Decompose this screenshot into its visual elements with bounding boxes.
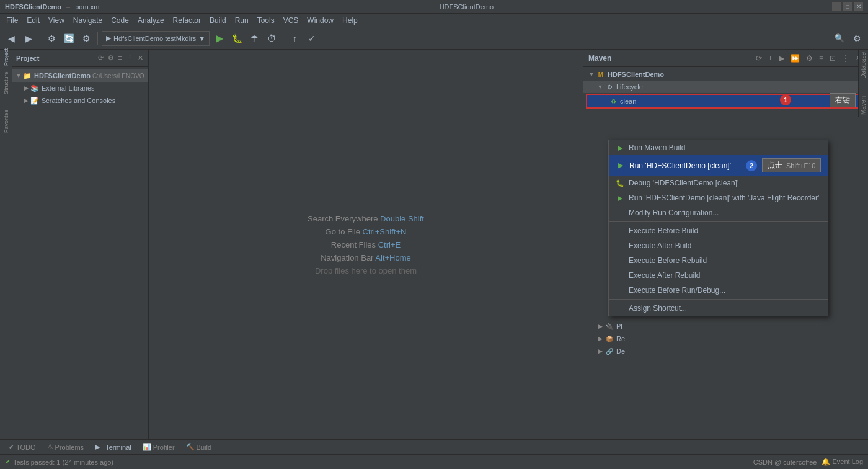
menu-navigate[interactable]: Navigate xyxy=(69,15,106,26)
tab-profiler-label: Profiler xyxy=(153,444,175,451)
run-config-dropdown[interactable]: ⚙ xyxy=(44,31,59,46)
maven-skip-icon[interactable]: ⏩ xyxy=(789,53,802,63)
settings-button[interactable]: ⚙ xyxy=(79,31,94,46)
maven-arrow-lifecycle: ▼ xyxy=(596,84,604,90)
menu-tools[interactable]: Tools xyxy=(254,15,278,26)
tree-item-hdfs[interactable]: ▼ 📁 HDFSClientDemo C:\Users\LENOVO xyxy=(12,69,148,82)
maven-more-icon[interactable]: ⋮ xyxy=(840,53,851,63)
step1-annotation: 右键 xyxy=(830,93,856,107)
database-label[interactable]: Database xyxy=(859,50,868,81)
project-settings-icon[interactable]: ⋮ xyxy=(125,53,135,63)
vcs-commit-button[interactable]: ✓ xyxy=(304,31,319,46)
ctx-modify-label: Modify Run Configuration... xyxy=(629,208,719,217)
ctx-debug-hdfs-clean[interactable]: 🐛 Debug 'HDFSClientDemo [clean]' xyxy=(609,176,828,190)
profile-button[interactable]: ⏱ xyxy=(264,31,279,46)
maven-item-root[interactable]: ▼ M HDFSClientDemo xyxy=(583,68,868,81)
maven-side-label[interactable]: Maven xyxy=(859,94,868,117)
ctx-execute-before-run-debug[interactable]: Execute Before Run/Debug... xyxy=(609,283,828,298)
title-bar: HDFSClientDemo – pom.xml HDFSClientDemo … xyxy=(0,0,868,14)
coverage-button[interactable]: ☂ xyxy=(247,31,262,46)
step2-annotation-text: 点击 xyxy=(768,160,782,171)
maven-settings-icon[interactable]: ⚙ xyxy=(804,53,815,63)
structure-strip-icon[interactable]: Structure xyxy=(0,77,12,89)
maven-icon-plugins: 🔌 xyxy=(604,321,614,331)
pom-file-tab[interactable]: pom.xml xyxy=(75,3,101,11)
tree-icon-hdfs: 📁 xyxy=(22,71,32,81)
ctx-run-maven-build[interactable]: ▶ Run Maven Build xyxy=(609,140,828,155)
tab-terminal[interactable]: ▶_ Terminal xyxy=(91,442,135,452)
ctx-assign-shortcut[interactable]: Assign Shortcut... xyxy=(609,301,828,316)
menu-refactor[interactable]: Refactor xyxy=(169,15,205,26)
menu-view[interactable]: View xyxy=(45,15,68,26)
close-button[interactable]: ✕ xyxy=(854,2,863,11)
maximize-button[interactable]: □ xyxy=(843,2,852,11)
tree-label-hdfs: HDFSClientDemo xyxy=(34,72,91,79)
maven-collapse-icon[interactable]: ⊡ xyxy=(828,53,838,63)
ctx-execute-before-rebuild[interactable]: Execute Before Rebuild xyxy=(609,253,828,268)
maven-filter-icon[interactable]: ≡ xyxy=(817,53,825,63)
tab-build[interactable]: 🔨 Build xyxy=(182,442,215,452)
search-everywhere-button[interactable]: 🔍 xyxy=(832,31,847,46)
menu-analyze[interactable]: Analyze xyxy=(134,15,168,26)
run-config-selector[interactable]: ▶ HdfsClientDemo.testMkdirs ▼ xyxy=(102,31,210,46)
maven-run-icon[interactable]: ▶ xyxy=(777,53,786,63)
ctx-execute-before-build[interactable]: Execute Before Build xyxy=(609,223,828,238)
maven-item-deps[interactable]: ▶ 🔗 De xyxy=(583,345,868,357)
ctx-exec-before-rebuild-icon xyxy=(615,256,625,266)
menu-bar: File Edit View Navigate Code Analyze Ref… xyxy=(0,14,868,27)
maven-item-lifecycle[interactable]: ▼ ⚙ Lifecycle xyxy=(583,81,868,93)
profiler-icon: 📊 xyxy=(143,443,151,451)
menu-run[interactable]: Run xyxy=(231,15,252,26)
project-gear-icon[interactable]: ⚙ xyxy=(107,53,115,63)
maven-item-clean[interactable]: ♻ clean xyxy=(586,94,866,109)
tab-problems-label: Problems xyxy=(55,444,84,451)
forward-button[interactable]: ▶ xyxy=(21,31,36,46)
project-filter-icon[interactable]: ≡ xyxy=(117,53,123,63)
tree-item-scratches[interactable]: ▶ 📝 Scratches and Consoles xyxy=(12,94,148,107)
ctx-run-flight-recorder[interactable]: ▶ Run 'HDFSClientDemo [clean]' with 'Jav… xyxy=(609,190,828,205)
ctx-sep1 xyxy=(609,221,828,222)
run-button[interactable]: ▶ xyxy=(212,31,227,46)
minimize-button[interactable]: — xyxy=(832,2,841,11)
tab-profiler[interactable]: 📊 Profiler xyxy=(139,442,179,452)
debug-button[interactable]: 🐛 xyxy=(229,31,244,46)
tree-item-ext-libs[interactable]: ▶ 📚 External Libraries xyxy=(12,82,148,94)
maven-add-icon[interactable]: + xyxy=(766,53,774,63)
menu-help[interactable]: Help xyxy=(339,15,361,26)
favorites-strip-icon[interactable]: Favorites xyxy=(0,115,12,128)
menu-file[interactable]: File xyxy=(2,15,22,26)
project-close-icon[interactable]: ✕ xyxy=(136,53,144,63)
step1-annotation-text: 右键 xyxy=(835,95,850,105)
maven-item-repos[interactable]: ▶ 📦 Re xyxy=(583,333,868,345)
ctx-modify-run-config[interactable]: Modify Run Configuration... xyxy=(609,205,828,220)
back-button[interactable]: ◀ xyxy=(4,31,19,46)
menu-window[interactable]: Window xyxy=(303,15,337,26)
vcs-update-button[interactable]: ↑ xyxy=(287,31,302,46)
maven-item-plugins[interactable]: ▶ 🔌 Pl xyxy=(583,320,868,333)
menu-edit[interactable]: Edit xyxy=(23,15,43,26)
project-strip-icon[interactable]: Project xyxy=(0,51,12,63)
tab-todo[interactable]: ✔ TODO xyxy=(5,442,40,452)
maven-reload-icon[interactable]: ⟳ xyxy=(754,53,764,63)
ctx-execute-after-build-label: Execute After Build xyxy=(629,241,691,250)
tab-problems[interactable]: ⚠ Problems xyxy=(43,442,87,452)
maven-arrow-plugins: ▶ xyxy=(596,323,604,329)
ctx-run-hdfs-clean[interactable]: ▶ Run 'HDFSClientDemo [clean]' 2 点击 Shif… xyxy=(609,155,828,176)
maven-label-deps: De xyxy=(616,347,625,355)
hint-key-recent: Ctrl+E xyxy=(378,240,401,249)
tree-sublabel-hdfs: C:\Users\LENOVO xyxy=(92,73,144,79)
maven-icon-deps: 🔗 xyxy=(604,346,614,356)
menu-build[interactable]: Build xyxy=(206,15,230,26)
ctx-execute-after-rebuild[interactable]: Execute After Rebuild xyxy=(609,268,828,283)
menu-vcs[interactable]: VCS xyxy=(280,15,303,26)
step2-badge: 2 xyxy=(746,160,757,171)
menu-code[interactable]: Code xyxy=(107,15,133,26)
project-sync-icon[interactable]: ⟳ xyxy=(97,53,105,63)
title-separator: – xyxy=(66,3,70,11)
ctx-execute-after-build[interactable]: Execute After Build xyxy=(609,238,828,253)
tests-passed-icon: ✔ xyxy=(5,458,11,466)
settings-gear-button[interactable]: ⚙ xyxy=(849,31,864,46)
event-log[interactable]: 🔔 Event Log xyxy=(822,458,863,466)
ctx-run-hdfs-icon: ▶ xyxy=(616,161,626,171)
sync-button[interactable]: 🔄 xyxy=(61,31,76,46)
